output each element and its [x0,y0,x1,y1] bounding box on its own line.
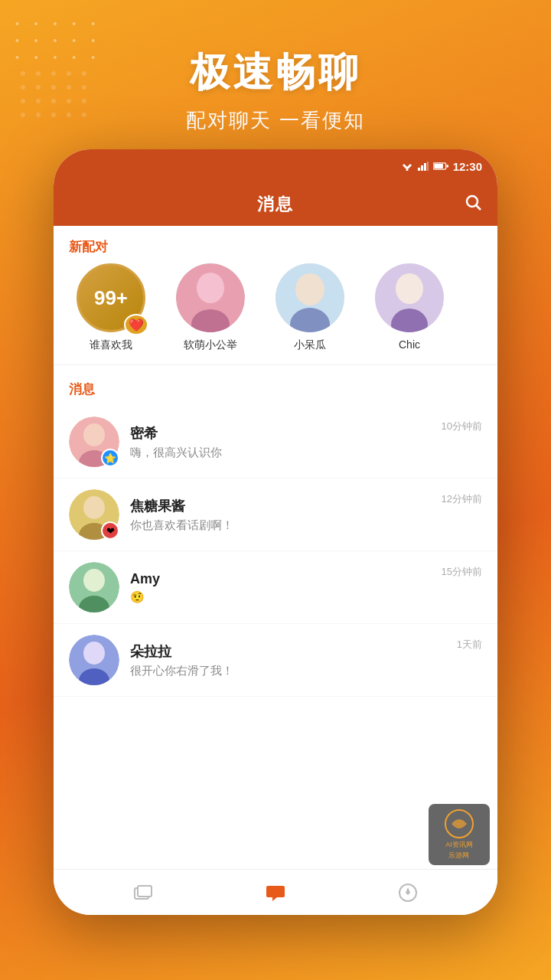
svg-point-8 [67,85,71,90]
match-name-2: 小呆瓜 [294,338,326,352]
svg-line-30 [477,206,481,211]
match-name-1: 软萌小公举 [184,338,237,352]
msg-time-1: 10分钟前 [442,416,482,433]
msg-content-1: 密希 嗨，很高兴认识你 [130,424,431,460]
likes-count: 99+ [94,286,128,310]
nav-title: 消息 [257,193,294,216]
msg-time-4: 1天前 [457,635,482,652]
svg-point-10 [21,99,25,103]
svg-point-58 [83,642,105,665]
watermark-text: AI资讯网 乐游网 [445,839,473,861]
msg-content-3: Amy 🤨 [130,571,431,604]
heart-badge: ❤️ [124,314,148,335]
svg-point-54 [83,569,105,592]
matches-row: 99+ ❤️ 谁喜欢我 [54,263,497,365]
svg-point-0 [21,71,25,76]
svg-rect-28 [446,165,448,167]
svg-point-38 [295,273,324,305]
messages-label: 消息 [54,368,497,406]
svg-point-19 [82,113,86,117]
svg-point-3 [67,71,71,76]
compass-icon [397,882,419,903]
msg-time-3: 15分钟前 [442,562,482,579]
svg-point-46 [83,423,105,446]
svg-point-13 [67,99,71,103]
new-matches-label: 新配对 [54,226,497,263]
match-avatar-wrap-3 [375,263,444,332]
likes-avatar-wrap: 99+ ❤️ [77,263,145,332]
phone-mockup: 12:30 消息 新配对 99+ ❤️ 谁喜欢我 [54,149,497,915]
svg-point-11 [36,99,41,103]
msg-name-2: 焦糖果酱 [130,497,431,515]
match-item-1[interactable]: 软萌小公举 [161,263,260,352]
svg-rect-60 [138,886,152,897]
message-item-4[interactable]: 朵拉拉 很开心你右滑了我！ 1天前 [54,624,497,697]
svg-point-16 [36,113,41,117]
status-time: 12:30 [453,160,482,173]
msg-name-3: Amy [130,571,431,587]
msg-time-2: 12分钟前 [442,489,482,506]
search-button[interactable] [464,193,482,216]
msg-avatar-wrap-3 [69,562,119,612]
svg-point-6 [36,85,41,90]
wifi-icon [401,162,413,171]
match-avatar-1 [176,263,245,332]
watermark-icon [444,808,474,839]
match-item-3[interactable]: Chic [360,263,459,352]
signal-icon [418,162,429,171]
svg-point-14 [82,99,86,103]
match-avatar-wrap-2 [276,263,344,332]
svg-point-9 [82,85,86,90]
svg-rect-24 [424,163,426,171]
msg-avatar-3 [69,562,119,612]
msg-name-1: 密希 [130,424,431,443]
match-item-2[interactable]: 小呆瓜 [260,263,360,352]
svg-point-12 [51,99,56,103]
msg-preview-4: 很开心你右滑了我！ [130,664,446,678]
msg-preview-1: 嗨，很高兴认识你 [130,446,431,460]
msg-preview-2: 你也喜欢看话剧啊！ [130,518,431,533]
svg-rect-27 [434,164,443,168]
svg-point-1 [36,71,41,76]
svg-point-4 [82,71,86,76]
svg-point-63 [406,891,409,894]
background-decoration [15,15,107,92]
svg-point-50 [83,496,105,519]
svg-point-2 [51,71,56,76]
tab-cards[interactable] [120,874,166,912]
svg-rect-22 [418,168,420,171]
svg-point-17 [51,113,56,117]
msg-avatar-wrap-1: ⭐ [69,416,119,467]
tab-explore[interactable] [385,874,431,912]
watermark: AI资讯网 乐游网 [429,804,490,865]
match-avatar-img-3 [375,263,444,332]
msg-badge-heart-2: ❤ [101,521,119,540]
status-bar: 12:30 [54,149,497,183]
svg-point-15 [21,113,25,117]
messages-section: 消息 ⭐ 密希 嗨，很高兴认识你 [54,365,497,697]
msg-avatar-wrap-2: ❤ [69,489,119,540]
svg-point-29 [467,196,478,207]
tab-messages[interactable] [253,874,298,912]
likes-label: 谁喜欢我 [90,338,132,352]
match-avatar-wrap-1 [176,263,245,332]
msg-name-4: 朵拉拉 [130,642,446,661]
msg-content-4: 朵拉拉 很开心你右滑了我！ [130,642,446,678]
message-item-1[interactable]: ⭐ 密希 嗨，很高兴认识你 10分钟前 [54,406,497,479]
nav-header: 消息 [54,183,497,226]
msg-badge-star-1: ⭐ [101,449,119,467]
msg-avatar-4 [69,635,119,685]
battery-icon [433,162,448,171]
tab-bar [54,869,497,915]
likes-item[interactable]: 99+ ❤️ 谁喜欢我 [61,263,161,352]
match-name-3: Chic [399,338,420,351]
svg-rect-23 [421,165,423,171]
match-avatar-img-2 [276,263,344,332]
match-avatar-3 [375,263,444,332]
message-item-2[interactable]: ❤ 焦糖果酱 你也喜欢看话剧啊！ 12分钟前 [54,479,497,551]
msg-preview-3: 🤨 [130,590,431,604]
svg-point-18 [67,113,71,117]
msg-avatar-img-4 [69,635,119,685]
message-item-3[interactable]: Amy 🤨 15分钟前 [54,551,497,624]
match-avatar-img-1 [176,263,245,332]
